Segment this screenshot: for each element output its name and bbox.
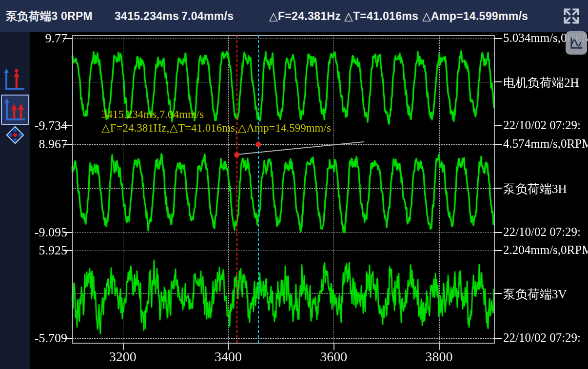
right-tick	[494, 188, 502, 189]
x-tick-label: 3200	[94, 349, 152, 365]
y-min-label: -9.095	[27, 225, 67, 240]
y-max-label: 8.967	[27, 137, 67, 152]
right-tick	[494, 338, 502, 339]
waveform-icon	[568, 34, 585, 52]
timestamp-label: 22/10/02 07:29:	[503, 331, 588, 345]
annotation-line1: 3415.234ms,7.04mm/s	[101, 108, 331, 121]
cursor-annotation: 3415.234ms,7.04mm/s △F=24.381Hz,△T=41.01…	[101, 108, 331, 135]
red-cursor[interactable]	[236, 35, 237, 343]
y-min-label: -5.709	[27, 331, 67, 346]
scale-label: 4.574mm/s,0RPM	[503, 137, 588, 151]
waveform-mode-button[interactable]	[566, 31, 587, 55]
cursor-marker-dot[interactable]	[255, 142, 261, 147]
right-tick	[494, 232, 502, 233]
timestamp-label: 22/10/02 07:29:	[503, 225, 588, 239]
waveform-analyzer-app: 32003400360038009.77-9.7345.034mm/s,0RPM…	[0, 0, 588, 369]
channel-label: 泵负荷端3V	[503, 286, 588, 302]
right-tick	[494, 125, 502, 126]
cyan-cursor[interactable]	[258, 35, 259, 343]
right-tick	[494, 250, 502, 251]
waveform-canvas	[0, 0, 588, 369]
right-tick	[494, 38, 502, 39]
plot-area[interactable]: 32003400360038009.77-9.7345.034mm/s,0RPM…	[0, 0, 588, 369]
annotation-line2: △F=24.381Hz,△T=41.016ms,△Amp=14.599mm/s	[101, 121, 331, 135]
right-tick	[494, 81, 502, 82]
x-tick-label: 3600	[304, 349, 363, 365]
right-tick	[494, 144, 502, 145]
x-tick-label: 3800	[410, 349, 469, 365]
right-tick	[494, 293, 502, 294]
y-min-label: -9.734	[27, 118, 67, 133]
channel-label: 电机负荷端2H	[503, 75, 588, 91]
channel-label: 泵负荷端3H	[503, 181, 588, 197]
y-max-label: 9.77	[27, 31, 67, 46]
y-max-label: 5.925	[27, 243, 67, 258]
x-tick-label: 3400	[199, 349, 257, 365]
cursor-marker-dot[interactable]	[234, 152, 239, 157]
scale-label: 2.204mm/s,0RPM	[503, 243, 588, 257]
timestamp-label: 22/10/02 07:29:	[503, 118, 588, 132]
